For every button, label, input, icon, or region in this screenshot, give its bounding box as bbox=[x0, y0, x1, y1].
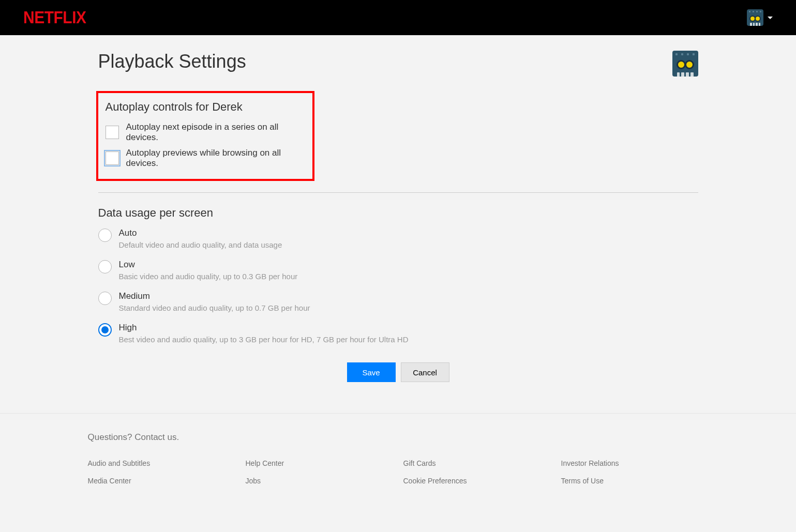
data-usage-auto-row: Auto Default video and audio quality, an… bbox=[98, 228, 698, 249]
footer-link-cookie-preferences[interactable]: Cookie Preferences bbox=[403, 477, 551, 485]
footer-links: Audio and Subtitles Help Center Gift Car… bbox=[88, 459, 709, 485]
data-usage-medium-desc: Standard video and audio quality, up to … bbox=[119, 303, 310, 312]
profile-menu[interactable] bbox=[747, 9, 773, 26]
autoplay-next-episode-checkbox[interactable] bbox=[106, 126, 119, 139]
avatar-icon bbox=[747, 9, 763, 26]
data-usage-high-label: High bbox=[119, 323, 409, 333]
footer-link-investor-relations[interactable]: Investor Relations bbox=[561, 459, 709, 467]
data-usage-low-label: Low bbox=[119, 260, 298, 270]
chevron-down-icon bbox=[768, 17, 773, 19]
data-usage-high-row: High Best video and audio quality, up to… bbox=[98, 323, 698, 344]
autoplay-previews-checkbox[interactable] bbox=[106, 151, 119, 165]
footer-contact[interactable]: Questions? Contact us. bbox=[88, 432, 709, 443]
data-usage-auto-label: Auto bbox=[119, 228, 282, 238]
autoplay-previews-label: Autoplay previews while browsing on all … bbox=[126, 148, 305, 169]
divider bbox=[98, 192, 698, 193]
profile-avatar bbox=[672, 51, 698, 77]
autoplay-highlight: Autoplay controls for Derek Autoplay nex… bbox=[96, 91, 314, 181]
footer-link-terms-of-use[interactable]: Terms of Use bbox=[561, 477, 709, 485]
autoplay-next-episode-label: Autoplay next episode in a series on all… bbox=[126, 122, 305, 143]
data-usage-heading: Data usage per screen bbox=[98, 206, 698, 220]
footer-link-gift-cards[interactable]: Gift Cards bbox=[403, 459, 551, 467]
netflix-logo[interactable]: NETFLIX bbox=[23, 8, 86, 27]
save-button[interactable]: Save bbox=[347, 362, 396, 382]
button-row: Save Cancel bbox=[98, 362, 698, 382]
cancel-button[interactable]: Cancel bbox=[401, 362, 449, 382]
footer: Questions? Contact us. Audio and Subtitl… bbox=[0, 413, 796, 506]
page-title: Playback Settings bbox=[98, 51, 246, 72]
autoplay-heading: Autoplay controls for Derek bbox=[106, 100, 305, 114]
data-usage-medium-row: Medium Standard video and audio quality,… bbox=[98, 291, 698, 312]
data-usage-medium-label: Medium bbox=[119, 291, 310, 301]
header: NETFLIX bbox=[0, 0, 796, 35]
data-usage-low-desc: Basic video and audio quality, up to 0.3… bbox=[119, 272, 298, 281]
data-usage-low-row: Low Basic video and audio quality, up to… bbox=[98, 260, 698, 281]
data-usage-medium-radio[interactable] bbox=[98, 292, 112, 305]
main-content: Playback Settings Autoplay controls for … bbox=[98, 35, 698, 413]
data-usage-high-radio[interactable] bbox=[98, 323, 112, 337]
footer-link-media-center[interactable]: Media Center bbox=[88, 477, 235, 485]
data-usage-low-radio[interactable] bbox=[98, 260, 112, 273]
footer-link-jobs[interactable]: Jobs bbox=[246, 477, 393, 485]
autoplay-previews-row: Autoplay previews while browsing on all … bbox=[106, 148, 305, 169]
data-usage-auto-radio[interactable] bbox=[98, 229, 112, 242]
autoplay-next-episode-row: Autoplay next episode in a series on all… bbox=[106, 122, 305, 143]
data-usage-high-desc: Best video and audio quality, up to 3 GB… bbox=[119, 335, 409, 344]
footer-link-help-center[interactable]: Help Center bbox=[246, 459, 393, 467]
data-usage-auto-desc: Default video and audio quality, and dat… bbox=[119, 240, 282, 249]
footer-link-audio-subtitles[interactable]: Audio and Subtitles bbox=[88, 459, 235, 467]
